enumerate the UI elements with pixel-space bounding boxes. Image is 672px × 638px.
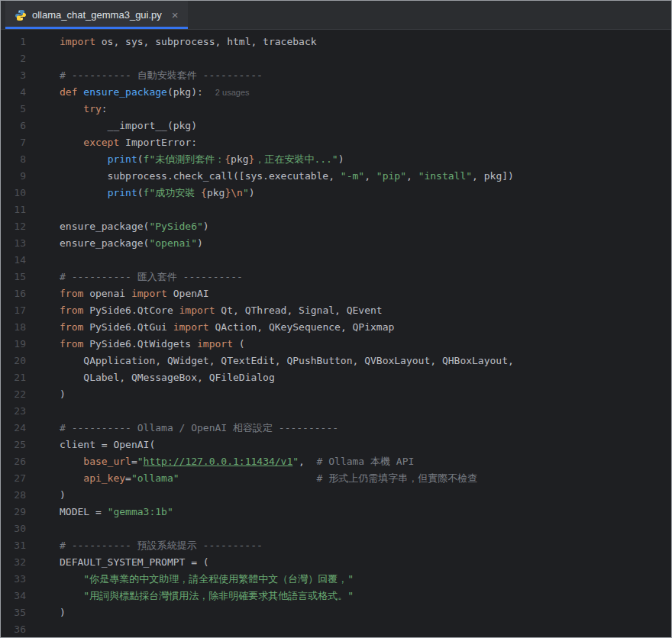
line-number[interactable]: 36 <box>1 621 26 638</box>
code-line[interactable]: 13ensure_package("openai") <box>1 235 671 252</box>
line-number[interactable]: 29 <box>1 504 26 520</box>
line-number[interactable]: 21 <box>1 369 26 386</box>
code-line[interactable]: 7 except ImportError: <box>1 134 671 151</box>
code-line[interactable]: 30 <box>1 520 671 537</box>
line-number[interactable]: 6 <box>1 118 26 134</box>
line-number[interactable]: 16 <box>1 285 26 302</box>
code-area[interactable]: 1import os, sys, subprocess, html, trace… <box>1 34 671 638</box>
line-number[interactable]: 4 <box>1 84 26 101</box>
line-number[interactable]: 33 <box>1 571 26 588</box>
code-line[interactable]: 32DEFAULT_SYSTEM_PROMPT = ( <box>1 554 671 571</box>
line-number[interactable]: 5 <box>1 101 26 118</box>
code-token-txt <box>60 472 83 484</box>
code-line[interactable]: 31# ---------- 預設系統提示 ---------- <box>1 537 671 554</box>
line-number[interactable]: 9 <box>1 168 26 185</box>
line-number[interactable]: 32 <box>1 554 26 571</box>
code-text: ) <box>60 386 66 403</box>
tab-close-icon[interactable]: × <box>172 9 179 21</box>
code-line[interactable]: 8 print(f"未偵測到套件：{pkg}，正在安裝中...") <box>1 151 671 168</box>
code-token-txt: (pkg): <box>167 86 203 98</box>
code-token-txt: = <box>125 472 131 484</box>
line-number[interactable]: 20 <box>1 353 26 369</box>
editor[interactable]: 1import os, sys, subprocess, html, trace… <box>1 30 671 638</box>
tab-title: ollama_chat_gemma3_gui.py <box>32 9 162 21</box>
code-text: "用詞與標點採台灣慣用法，除非明確要求其他語言或格式。" <box>60 588 354 604</box>
code-line[interactable]: 28) <box>1 487 671 504</box>
line-number[interactable]: 18 <box>1 319 26 336</box>
line-number[interactable]: 28 <box>1 487 26 504</box>
code-token-txt: client = OpenAI( <box>60 439 155 450</box>
line-number[interactable]: 31 <box>1 537 26 554</box>
code-line[interactable]: 3# ---------- 自動安裝套件 ---------- <box>1 67 671 84</box>
line-number[interactable]: 2 <box>1 50 26 67</box>
line-number[interactable]: 34 <box>1 588 26 604</box>
code-line[interactable]: 6 __import__(pkg) <box>1 118 671 134</box>
code-text: from PySide6.QtGui import QAction, QKeyS… <box>60 319 394 336</box>
code-token-com: # ---------- Ollama / OpenAI 相容設定 ------… <box>60 422 338 433</box>
code-token-str: "ollama" <box>131 472 179 484</box>
line-number[interactable]: 26 <box>1 453 26 470</box>
code-line[interactable]: 12ensure_package("PySide6") <box>1 218 671 235</box>
code-line[interactable]: 34 "用詞與標點採台灣慣用法，除非明確要求其他語言或格式。" <box>1 588 671 604</box>
code-line[interactable]: 35) <box>1 604 671 621</box>
code-line[interactable]: 11 <box>1 201 671 218</box>
code-token-str: "install" <box>418 170 472 182</box>
code-line[interactable]: 15# ---------- 匯入套件 ---------- <box>1 269 671 285</box>
code-line[interactable]: 27 api_key="ollama" # 形式上仍需填字串，但實際不檢查 <box>1 470 671 487</box>
code-line[interactable]: 5 try: <box>1 101 671 118</box>
line-number[interactable]: 27 <box>1 470 26 487</box>
code-text: try: <box>60 101 108 118</box>
line-number[interactable]: 13 <box>1 235 26 252</box>
code-token-kw: try <box>83 103 101 114</box>
code-line[interactable]: 16from openai import OpenAI <box>1 285 671 302</box>
tab-bar: ollama_chat_gemma3_gui.py × <box>1 1 671 30</box>
line-number[interactable]: 15 <box>1 269 26 285</box>
code-line[interactable]: 22) <box>1 386 671 403</box>
tab-file[interactable]: ollama_chat_gemma3_gui.py × <box>5 1 188 29</box>
code-text: ensure_package("openai") <box>60 235 203 252</box>
code-token-str: "你是專業的中文助理，請全程使用繁體中文（台灣）回覆，" <box>83 573 354 585</box>
code-token-str: ，正在安裝中..." <box>254 153 338 165</box>
line-number[interactable]: 17 <box>1 302 26 319</box>
code-token-str: f"成功安裝 <box>144 187 201 198</box>
line-number[interactable]: 12 <box>1 218 26 235</box>
code-line[interactable]: 4def ensure_package(pkg):2 usages <box>1 84 671 101</box>
line-number[interactable]: 8 <box>1 151 26 168</box>
code-token-txt: ( <box>239 338 245 350</box>
line-number[interactable]: 24 <box>1 420 26 437</box>
code-token-txt: PySide6.QtGui <box>89 321 173 333</box>
code-line[interactable]: 17from PySide6.QtCore import Qt, QThread… <box>1 302 671 319</box>
code-line[interactable]: 26 base_url="http://127.0.0.1:11434/v1",… <box>1 453 671 470</box>
code-line[interactable]: 33 "你是專業的中文助理，請全程使用繁體中文（台灣）回覆，" <box>1 571 671 588</box>
code-line[interactable]: 24# ---------- Ollama / OpenAI 相容設定 ----… <box>1 420 671 437</box>
code-line[interactable]: 10 print(f"成功安裝 {pkg}\n") <box>1 185 671 201</box>
code-token-kw: from <box>60 288 89 299</box>
code-line[interactable]: 29MODEL = "gemma3:1b" <box>1 504 671 520</box>
code-line[interactable]: 2 <box>1 50 671 67</box>
line-number[interactable]: 30 <box>1 520 26 537</box>
code-line[interactable]: 21 QLabel, QMessageBox, QFileDialog <box>1 369 671 386</box>
line-number[interactable]: 11 <box>1 201 26 218</box>
code-line[interactable]: 1import os, sys, subprocess, html, trace… <box>1 34 671 50</box>
code-line[interactable]: 14 <box>1 252 671 269</box>
line-number[interactable]: 19 <box>1 336 26 353</box>
code-line[interactable]: 25client = OpenAI( <box>1 437 671 453</box>
line-number[interactable]: 3 <box>1 67 26 84</box>
code-line[interactable]: 20 QApplication, QWidget, QTextEdit, QPu… <box>1 353 671 369</box>
line-number[interactable]: 14 <box>1 252 26 269</box>
line-number[interactable]: 35 <box>1 604 26 621</box>
code-line[interactable]: 36 <box>1 621 671 638</box>
code-line[interactable]: 18from PySide6.QtGui import QAction, QKe… <box>1 319 671 336</box>
code-token-txt: openai <box>89 288 131 299</box>
code-line[interactable]: 9 subprocess.check_call([sys.executable,… <box>1 168 671 185</box>
line-number[interactable]: 1 <box>1 34 26 50</box>
line-number[interactable]: 23 <box>1 403 26 420</box>
line-number[interactable]: 7 <box>1 134 26 151</box>
line-number[interactable]: 10 <box>1 185 26 201</box>
code-line[interactable]: 23 <box>1 403 671 420</box>
line-number[interactable]: 22 <box>1 386 26 403</box>
line-number[interactable]: 25 <box>1 437 26 453</box>
code-token-fn: ensure_package <box>83 86 167 98</box>
code-line[interactable]: 19from PySide6.QtWidgets import ( <box>1 336 671 353</box>
code-token-txt: OpenAI <box>173 288 209 299</box>
